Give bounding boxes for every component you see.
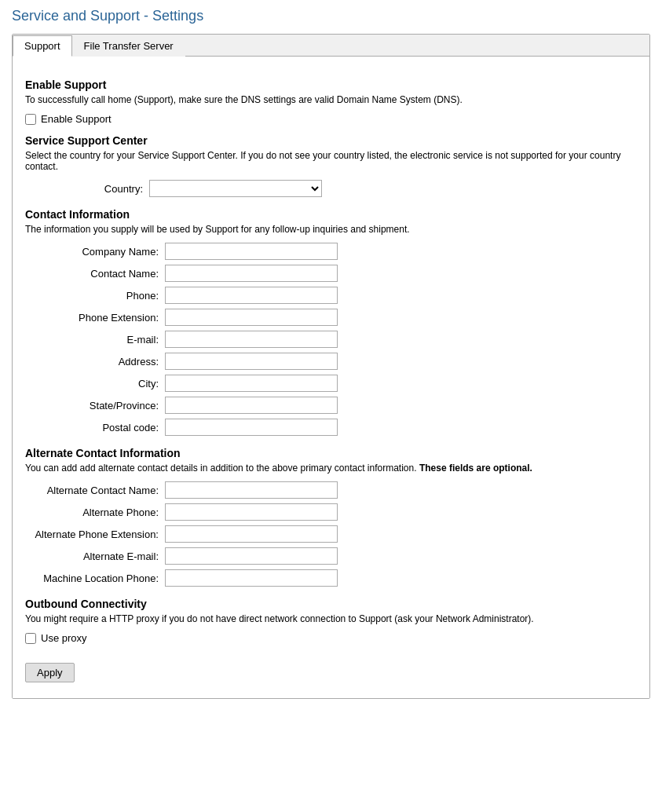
enable-support-checkbox-row: Enable Support — [25, 113, 637, 125]
enable-support-desc: To successfully call home (Support), mak… — [25, 94, 637, 105]
form-row-postal-code: Postal code: — [25, 419, 637, 436]
postal-code-input[interactable] — [165, 419, 338, 436]
address-label: Address: — [25, 356, 159, 368]
service-support-center-title: Service Support Center — [25, 134, 637, 147]
city-input[interactable] — [165, 375, 338, 392]
machine-location-phone-input[interactable] — [165, 569, 338, 587]
form-row-city: City: — [25, 375, 637, 392]
alternate-contact-desc-plain: You can add add alternate contact detail… — [25, 463, 417, 474]
use-proxy-checkbox-row: Use proxy — [25, 632, 637, 644]
form-row-alt-phone: Alternate Phone: — [25, 503, 637, 521]
alternate-contact-title: Alternate Contact Information — [25, 447, 637, 459]
form-row-alt-contact-name: Alternate Contact Name: — [25, 481, 637, 499]
form-row-state-province: State/Province: — [25, 397, 637, 414]
form-row-alt-phone-extension: Alternate Phone Extension: — [25, 525, 637, 543]
alternate-contact-desc-bold: These fields are optional. — [417, 463, 532, 474]
service-support-center-desc: Select the country for your Service Supp… — [25, 150, 637, 172]
apply-button[interactable]: Apply — [25, 663, 75, 682]
alternate-contact-section: Alternate Contact Information You can ad… — [25, 447, 637, 587]
service-support-center-section: Service Support Center Select the countr… — [25, 134, 637, 197]
phone-extension-label: Phone Extension: — [25, 312, 159, 324]
tab-content-support: Enable Support To successfully call home… — [13, 57, 649, 698]
alt-phone-extension-label: Alternate Phone Extension: — [25, 529, 159, 540]
enable-support-section: Enable Support To successfully call home… — [25, 79, 637, 125]
machine-location-phone-label: Machine Location Phone: — [25, 572, 159, 584]
form-row-address: Address: — [25, 353, 637, 370]
email-input[interactable] — [165, 331, 338, 348]
alt-phone-input[interactable] — [165, 503, 338, 521]
enable-support-title: Enable Support — [25, 79, 637, 91]
alt-phone-label: Alternate Phone: — [25, 507, 159, 518]
tab-support[interactable]: Support — [13, 35, 72, 57]
country-row: Country: — [88, 180, 637, 197]
alt-contact-name-label: Alternate Contact Name: — [25, 485, 159, 496]
form-row-email: E-mail: — [25, 331, 637, 348]
tab-container: Support File Transfer Server Enable Supp… — [12, 34, 650, 699]
contact-information-title: Contact Information — [25, 208, 637, 221]
alt-email-label: Alternate E-mail: — [25, 550, 159, 562]
form-row-company-name: Company Name: — [25, 243, 637, 260]
contact-information-desc: The information you supply will be used … — [25, 224, 637, 235]
alt-phone-extension-input[interactable] — [165, 525, 338, 543]
postal-code-label: Postal code: — [25, 422, 159, 433]
enable-support-checkbox[interactable] — [25, 114, 36, 125]
company-name-label: Company Name: — [25, 246, 159, 258]
alt-contact-name-input[interactable] — [165, 481, 338, 499]
phone-label: Phone: — [25, 290, 159, 302]
contact-name-label: Contact Name: — [25, 268, 159, 280]
use-proxy-label: Use proxy — [41, 632, 87, 644]
contact-name-input[interactable] — [165, 265, 338, 282]
phone-extension-input[interactable] — [165, 309, 338, 326]
country-select[interactable] — [149, 180, 322, 197]
outbound-connectivity-desc: You might require a HTTP proxy if you do… — [25, 613, 637, 624]
form-row-alt-email: Alternate E-mail: — [25, 547, 637, 565]
outbound-connectivity-section: Outbound Connectivity You might require … — [25, 598, 637, 644]
page-title: Service and Support - Settings — [12, 8, 650, 24]
city-label: City: — [25, 378, 159, 390]
form-row-phone: Phone: — [25, 287, 637, 304]
form-row-contact-name: Contact Name: — [25, 265, 637, 282]
email-label: E-mail: — [25, 334, 159, 346]
tab-file-transfer[interactable]: File Transfer Server — [72, 35, 185, 57]
form-row-machine-location-phone: Machine Location Phone: — [25, 569, 637, 587]
state-province-input[interactable] — [165, 397, 338, 414]
alternate-contact-desc: You can add add alternate contact detail… — [25, 463, 637, 474]
outbound-connectivity-title: Outbound Connectivity — [25, 598, 637, 610]
address-input[interactable] — [165, 353, 338, 370]
form-row-phone-extension: Phone Extension: — [25, 309, 637, 326]
company-name-input[interactable] — [165, 243, 338, 260]
phone-input[interactable] — [165, 287, 338, 304]
state-province-label: State/Province: — [25, 400, 159, 411]
tab-bar: Support File Transfer Server — [13, 35, 649, 57]
enable-support-label: Enable Support — [41, 113, 112, 125]
alt-email-input[interactable] — [165, 547, 338, 565]
use-proxy-checkbox[interactable] — [25, 633, 36, 644]
country-label: Country: — [88, 183, 143, 195]
contact-information-section: Contact Information The information you … — [25, 208, 637, 436]
